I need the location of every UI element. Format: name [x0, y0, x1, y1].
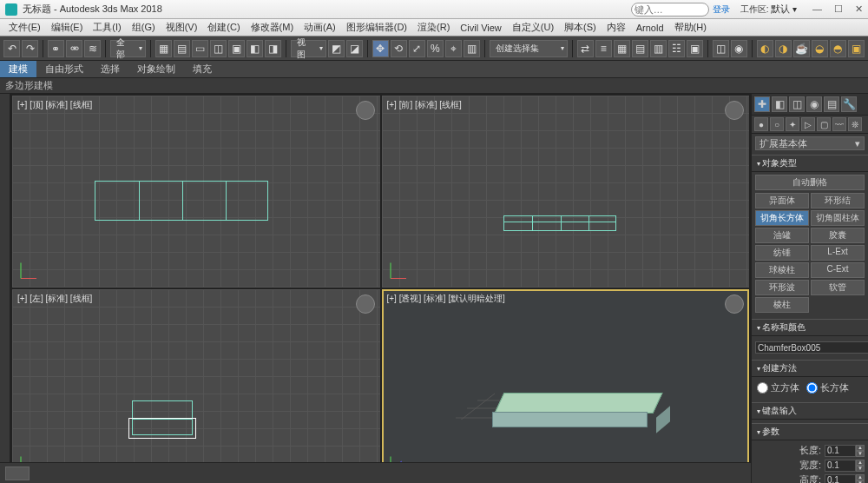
- radio-cube[interactable]: 立方体: [757, 381, 799, 394]
- rollout-object-type[interactable]: 对象类型: [752, 155, 868, 172]
- motion-tab[interactable]: ◉: [806, 96, 822, 112]
- menu-item[interactable]: Arnold: [631, 23, 669, 33]
- viewport-label[interactable]: [+] [前] [标准] [线框]: [387, 99, 462, 111]
- viewport-label[interactable]: [+] [透视] [标准] [默认明暗处理]: [387, 293, 505, 305]
- tab-objectpaint[interactable]: 对象绘制: [128, 61, 184, 77]
- menu-item[interactable]: 组(G): [127, 21, 161, 34]
- menu-item[interactable]: 帮助(H): [669, 21, 712, 34]
- menu-item[interactable]: 视图(V): [161, 21, 203, 34]
- align-button[interactable]: ≡: [595, 40, 612, 57]
- spin-down-icon[interactable]: ▼: [856, 480, 865, 484]
- tab-modeling[interactable]: 建模: [0, 61, 36, 77]
- schematic-button[interactable]: ◫: [713, 40, 729, 57]
- param-input[interactable]: [825, 445, 856, 457]
- tool-icon[interactable]: ▣: [228, 40, 245, 57]
- perspective-object[interactable]: [492, 393, 665, 427]
- move-button[interactable]: ✥: [372, 40, 389, 57]
- undo-button[interactable]: ↶: [3, 40, 20, 57]
- spin-up-icon[interactable]: ▲: [856, 474, 865, 480]
- workspace-label[interactable]: 工作区: 默认 ▾: [740, 3, 797, 16]
- select-name-button[interactable]: ▤: [174, 40, 190, 57]
- ref-coord-dropdown[interactable]: 视图: [291, 40, 326, 57]
- menu-item[interactable]: 修改器(M): [246, 21, 299, 34]
- bind-button[interactable]: ≋: [84, 40, 101, 57]
- viewcube-icon[interactable]: [356, 294, 375, 314]
- type-button[interactable]: 切角圆柱体: [811, 210, 865, 226]
- mirror-button[interactable]: ⇄: [577, 40, 594, 57]
- spin-up-icon[interactable]: ▲: [856, 445, 865, 451]
- select-button[interactable]: ▦: [155, 40, 172, 57]
- layers-button[interactable]: ▦: [614, 40, 630, 57]
- viewport-label[interactable]: [+] [顶] [标准] [线框]: [17, 99, 92, 111]
- render-setup-button[interactable]: ◐: [757, 40, 773, 57]
- search-input[interactable]: 键入…: [631, 3, 709, 17]
- material-editor-button[interactable]: ◉: [731, 40, 747, 57]
- cameras-subtab[interactable]: ▷: [801, 117, 815, 131]
- helpers-subtab[interactable]: ▢: [817, 117, 831, 131]
- type-button[interactable]: 棱柱: [755, 297, 809, 313]
- spin-down-icon[interactable]: ▼: [856, 466, 865, 472]
- type-button[interactable]: L-Ext: [811, 245, 865, 261]
- rotate-button[interactable]: ⟲: [391, 40, 407, 57]
- tab-populate[interactable]: 填充: [184, 61, 220, 77]
- viewport-perspective[interactable]: [+] [透视] [标准] [默认明暗处理]: [382, 289, 750, 481]
- spacewarps-subtab[interactable]: 〰: [832, 117, 846, 131]
- menu-item[interactable]: 工具(I): [88, 21, 126, 34]
- menu-item[interactable]: 图形编辑器(D): [341, 21, 412, 34]
- wireframe-object[interactable]: [95, 181, 268, 221]
- viewport-label[interactable]: [+] [左] [标准] [线框]: [17, 293, 92, 305]
- modify-tab[interactable]: ◧: [772, 96, 787, 112]
- menu-item[interactable]: 动画(A): [299, 21, 341, 34]
- tool-icon[interactable]: ◩: [328, 40, 345, 57]
- type-button[interactable]: 软管: [811, 280, 865, 295]
- tool-icon[interactable]: ◒: [812, 40, 828, 57]
- menu-item[interactable]: 自定义(U): [507, 21, 559, 34]
- viewport-left[interactable]: [+] [左] [标准] [线框]: [12, 289, 380, 481]
- curve-editor-button[interactable]: ☷: [668, 40, 685, 57]
- minimize-button[interactable]: —: [812, 3, 822, 15]
- tool-icon[interactable]: ▣: [848, 40, 865, 57]
- type-button[interactable]: 油罐: [755, 228, 809, 243]
- tool-icon[interactable]: ◪: [346, 40, 363, 57]
- close-button[interactable]: ✕: [855, 3, 863, 15]
- hierarchy-tab[interactable]: ◫: [789, 96, 805, 112]
- menu-item[interactable]: 文件(E): [3, 21, 46, 34]
- render-button[interactable]: ☕: [793, 40, 810, 57]
- viewport-front[interactable]: [+] [前] [标准] [线框]: [382, 96, 750, 288]
- menu-item[interactable]: 编辑(E): [46, 21, 89, 34]
- window-cross-button[interactable]: ◫: [210, 40, 227, 57]
- rollout-name-color[interactable]: 名称和颜色: [752, 319, 868, 336]
- category-dropdown[interactable]: 扩展基本体▾: [755, 136, 865, 150]
- utilities-tab[interactable]: 🔧: [841, 96, 857, 112]
- tab-freeform[interactable]: 自由形式: [36, 61, 92, 77]
- viewcube-icon[interactable]: [356, 101, 375, 120]
- tool-icon[interactable]: ◨: [265, 40, 281, 57]
- viewport-top[interactable]: [+] [顶] [标准] [线框]: [12, 96, 380, 288]
- viewport-grip-icon[interactable]: [5, 466, 30, 480]
- unlink-button[interactable]: ⚮: [66, 40, 82, 57]
- login-link[interactable]: 登录: [713, 3, 730, 16]
- selection-filter[interactable]: 全部: [110, 40, 146, 57]
- param-input[interactable]: [825, 460, 856, 472]
- link-button[interactable]: ⚭: [48, 40, 64, 57]
- type-button[interactable]: 胶囊: [811, 228, 865, 243]
- redo-button[interactable]: ↷: [22, 40, 38, 57]
- tool-icon[interactable]: ⌖: [445, 40, 462, 57]
- rollout-create-method[interactable]: 创建方法: [752, 360, 868, 377]
- radio-box[interactable]: 长方体: [806, 381, 849, 394]
- scale-button[interactable]: ⤢: [409, 40, 425, 57]
- tool-icon[interactable]: ▥: [464, 40, 480, 57]
- maximize-button[interactable]: ☐: [834, 3, 843, 15]
- tool-icon[interactable]: ◧: [247, 40, 263, 57]
- wireframe-object-selected[interactable]: [128, 418, 196, 439]
- named-set-dropdown[interactable]: 创建选择集: [490, 40, 568, 57]
- type-button[interactable]: C-Ext: [811, 262, 865, 278]
- autogrid-checkbox[interactable]: 自动删格: [755, 175, 865, 190]
- tool-icon[interactable]: ▥: [650, 40, 667, 57]
- render-frame-button[interactable]: ◑: [775, 40, 792, 57]
- param-input[interactable]: [825, 474, 856, 484]
- shapes-subtab[interactable]: ○: [770, 117, 784, 131]
- type-button[interactable]: 环形结: [811, 193, 865, 208]
- tool-icon[interactable]: ▤: [632, 40, 648, 57]
- spin-up-icon[interactable]: ▲: [856, 460, 865, 466]
